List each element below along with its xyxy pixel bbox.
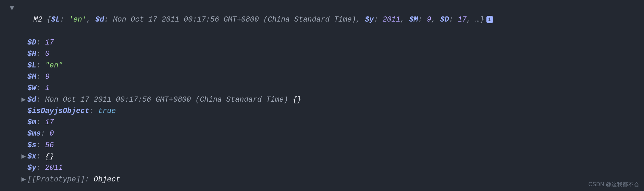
summary-val-4: 17 bbox=[458, 15, 467, 24]
prop-key: $isDayjsObject bbox=[27, 107, 89, 115]
prop-val: {} bbox=[45, 152, 54, 161]
summary-key-0: $L bbox=[51, 15, 60, 24]
brace-open: { bbox=[47, 15, 51, 24]
prop-val: 1 bbox=[45, 84, 50, 92]
prop-val: 9 bbox=[45, 73, 50, 81]
summary-ellipsis: … bbox=[475, 15, 480, 24]
summary-val-1: Mon Oct 17 2011 00:17:56 GMT+0800 (China… bbox=[113, 15, 356, 24]
summary-key-4: $D bbox=[440, 15, 449, 24]
watermark-text: CSDN @这我都不会 bbox=[589, 180, 639, 189]
prop-suffix: {} bbox=[288, 96, 301, 104]
prop-row-H[interactable]: $H: 0 bbox=[10, 48, 644, 60]
prop-val: 2011 bbox=[45, 164, 63, 172]
summary-key-1: $d bbox=[95, 15, 104, 24]
prop-val: Mon Oct 17 2011 00:17:56 GMT+0800 (China… bbox=[45, 96, 288, 104]
toggle-arrow-right-icon[interactable]: ▶ bbox=[21, 94, 26, 105]
summary-key-2: $y bbox=[365, 15, 374, 24]
prop-val: 0 bbox=[45, 50, 50, 58]
prop-row-ms[interactable]: $ms: 0 bbox=[10, 128, 644, 139]
prop-row-W[interactable]: $W: 1 bbox=[10, 82, 644, 94]
prop-key: $H bbox=[27, 50, 36, 58]
prop-key: $y bbox=[27, 164, 36, 172]
prop-key: $W bbox=[27, 84, 36, 92]
toggle-arrow-right-icon[interactable]: ▶ bbox=[21, 174, 26, 185]
prop-key: $L bbox=[27, 61, 36, 69]
prop-key: $ms bbox=[27, 129, 41, 138]
prop-key: $x bbox=[27, 152, 36, 161]
prop-val: 56 bbox=[45, 141, 54, 149]
prop-key: $d bbox=[27, 96, 36, 104]
prop-val: true bbox=[98, 107, 116, 115]
prop-val: "en" bbox=[45, 61, 63, 69]
summary-key-3: $M bbox=[409, 15, 418, 24]
prop-row-isDayjsObject[interactable]: $isDayjsObject: true bbox=[10, 105, 644, 117]
toggle-arrow-right-icon[interactable]: ▶ bbox=[21, 151, 26, 162]
summary-val-0: 'en' bbox=[69, 15, 87, 24]
toggle-arrow-down-icon[interactable]: ▼ bbox=[10, 3, 14, 14]
summary-val-3: 9 bbox=[427, 15, 431, 24]
prop-row-M[interactable]: $M: 9 bbox=[10, 71, 644, 82]
prop-row-y[interactable]: $y: 2011 bbox=[10, 162, 644, 174]
proto-val: Object bbox=[94, 175, 120, 183]
prop-key: $M bbox=[27, 73, 36, 81]
prop-val: 17 bbox=[45, 118, 54, 126]
summary-val-2: 2011 bbox=[383, 15, 400, 24]
class-name: M2 bbox=[34, 15, 42, 24]
prop-key: $s bbox=[27, 141, 36, 149]
prop-key: $D bbox=[27, 38, 36, 47]
prop-row-m[interactable]: $m: 17 bbox=[10, 117, 644, 128]
prop-row-x[interactable]: ▶$x: {} bbox=[10, 151, 644, 162]
info-badge-icon[interactable]: i bbox=[486, 16, 493, 23]
prop-val: 17 bbox=[45, 38, 54, 47]
prop-row-prototype[interactable]: ▶[[Prototype]]: Object bbox=[10, 174, 644, 185]
object-summary-row[interactable]: ▼M2 {$L: 'en', $d: Mon Oct 17 2011 00:17… bbox=[10, 3, 644, 37]
prop-key: $m bbox=[27, 118, 36, 126]
prop-row-D[interactable]: $D: 17 bbox=[10, 37, 644, 48]
brace-close: } bbox=[480, 15, 484, 24]
prop-row-s[interactable]: $s: 56 bbox=[10, 140, 644, 151]
console-output: ▼M2 {$L: 'en', $d: Mon Oct 17 2011 00:17… bbox=[0, 0, 644, 191]
proto-key: [[Prototype]] bbox=[27, 175, 85, 183]
prop-row-L[interactable]: $L: "en" bbox=[10, 60, 644, 71]
prop-val: 0 bbox=[50, 129, 54, 138]
prop-row-d[interactable]: ▶$d: Mon Oct 17 2011 00:17:56 GMT+0800 (… bbox=[10, 94, 644, 105]
